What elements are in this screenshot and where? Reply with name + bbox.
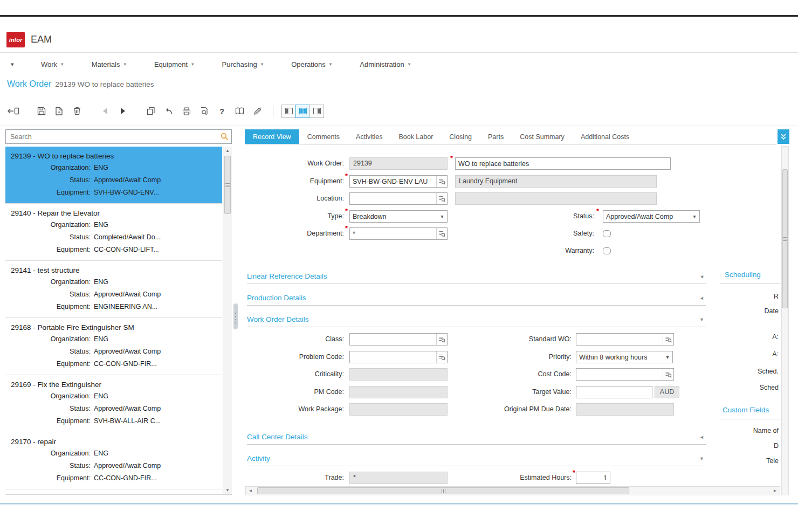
list-item[interactable]: 29169 - Fix the Extinguisher Organizatio… [5, 375, 222, 432]
section-title: Linear Reference Details [247, 272, 327, 280]
required-icon: * [596, 207, 599, 216]
menu-administration[interactable]: Administration▾ [360, 60, 410, 68]
collapse-left-icon[interactable]: ◄ [699, 295, 704, 301]
location-field [349, 192, 448, 205]
status-value: Approved/Await Comp [603, 213, 690, 220]
form-horizontal-scrollbar[interactable]: ◄ ► [245, 486, 780, 495]
lookup-icon[interactable] [663, 334, 673, 345]
section-work-order-details[interactable]: Work Order Details ▼ [247, 314, 706, 327]
print-preview-icon [200, 107, 209, 115]
list-item[interactable]: 29141 - test structure Organization:ENG … [5, 261, 222, 318]
next-record-button[interactable] [115, 104, 130, 118]
help-button[interactable]: ? [215, 104, 229, 118]
organization-value: ENG [94, 390, 108, 403]
panel-layout-left-button[interactable] [281, 105, 296, 118]
form-vertical-scrollbar[interactable] [781, 146, 789, 495]
delete-button[interactable] [70, 104, 84, 118]
lookup-icon[interactable] [436, 334, 447, 345]
help-icon: ? [219, 107, 224, 116]
save-button[interactable] [34, 104, 49, 118]
status-label: Status: [11, 231, 91, 244]
problem-code-input[interactable] [350, 354, 436, 361]
type-dropdown[interactable]: Breakdown▾ [349, 210, 448, 223]
estimated-hours-input[interactable] [576, 474, 610, 482]
clipped-label: R [774, 293, 779, 300]
search-input[interactable] [6, 133, 217, 141]
list-scrollbar[interactable]: ▲ ▼ [223, 147, 232, 495]
collapse-left-icon[interactable]: ◄ [699, 274, 704, 279]
scroll-down-icon[interactable]: ▼ [223, 487, 232, 494]
print-preview-button[interactable] [197, 104, 211, 118]
collapse-left-icon[interactable]: ◄ [699, 434, 704, 440]
equipment-input[interactable] [350, 178, 436, 185]
form-horizontal-scrollbar-thumb[interactable] [257, 487, 629, 494]
list-item[interactable]: 29139 - WO to replace batteries Organiza… [5, 147, 222, 204]
splitter-grip [235, 316, 236, 317]
lookup-icon[interactable] [436, 176, 447, 187]
work-order-field: 29139 [349, 157, 448, 170]
custom-fields-section-title[interactable]: Custom Fields [723, 406, 769, 414]
equipment-value: ENGINEERING AN... [94, 301, 157, 313]
menu-equipment[interactable]: Equipment▾ [154, 60, 194, 68]
tab-comments[interactable]: Comments [299, 129, 348, 144]
previous-record-button[interactable] [98, 104, 112, 118]
safety-checkbox[interactable] [603, 230, 611, 237]
back-button[interactable] [6, 104, 20, 118]
lookup-icon[interactable] [436, 228, 447, 239]
panel-layout-right-button[interactable] [309, 105, 324, 118]
list-scrollbar-thumb[interactable] [224, 156, 231, 214]
required-icon: * [573, 468, 575, 477]
priority-dropdown[interactable]: Within 8 working hours▾ [576, 351, 673, 363]
user-manual-button[interactable] [232, 104, 247, 118]
collapse-tabs-button[interactable] [778, 129, 789, 144]
tab-book-labor[interactable]: Book Labor [390, 129, 441, 144]
menu-collapse-caret-icon[interactable]: ▾ [11, 61, 14, 68]
location-description-field [455, 192, 657, 205]
scheduling-section-title[interactable]: Scheduling [725, 271, 761, 279]
scroll-right-icon[interactable]: ► [771, 487, 779, 495]
warranty-checkbox[interactable] [603, 247, 611, 254]
tab-record-view[interactable]: Record View [245, 129, 299, 144]
section-linear-reference-details[interactable]: Linear Reference Details ◄ [247, 271, 706, 284]
location-input[interactable] [350, 195, 436, 203]
copy-record-button[interactable] [143, 104, 158, 118]
search-icon[interactable] [217, 133, 231, 141]
scroll-up-icon[interactable]: ▲ [223, 147, 232, 155]
target-value-input[interactable] [576, 389, 652, 396]
form-vertical-scrollbar-thumb[interactable] [782, 169, 788, 308]
section-call-center-details[interactable]: Call Center Details ◄ [247, 431, 706, 445]
status-dropdown[interactable]: Approved/Await Comp▾ [603, 210, 700, 223]
lookup-icon[interactable] [436, 193, 447, 204]
menu-operations[interactable]: Operations▾ [291, 60, 332, 68]
list-item[interactable]: 29140 - Repair the Elevator Organization… [5, 204, 222, 261]
design-mode-button[interactable] [250, 104, 265, 118]
list-item[interactable]: 29168 - Portable Fire Extinguisher SM Or… [5, 318, 222, 375]
panel-layout-center-button[interactable] [295, 105, 310, 118]
department-input[interactable] [350, 230, 436, 238]
section-activity[interactable]: Activity ▼ [247, 453, 706, 466]
panel-splitter[interactable] [233, 303, 238, 329]
scroll-left-icon[interactable]: ◄ [246, 487, 254, 495]
tab-additional-costs[interactable]: Additional Costs [573, 129, 637, 144]
lookup-icon[interactable] [663, 369, 673, 380]
cost-code-input[interactable] [576, 371, 663, 378]
work-order-description-input[interactable] [456, 160, 670, 168]
standard-wo-input[interactable] [576, 336, 663, 343]
list-item[interactable]: 29170 - repair Organization:ENG Status:A… [5, 432, 222, 489]
collapse-down-icon[interactable]: ▼ [699, 456, 704, 461]
print-button[interactable] [179, 104, 194, 118]
menu-purchasing[interactable]: Purchasing▾ [222, 60, 264, 68]
tab-activities[interactable]: Activities [348, 129, 390, 144]
menu-work[interactable]: Work▾ [41, 60, 64, 68]
new-record-button[interactable] [52, 104, 66, 118]
copy-icon [147, 107, 155, 115]
tab-closing[interactable]: Closing [441, 129, 480, 144]
undo-button[interactable] [161, 104, 176, 118]
menu-materials[interactable]: Materials▾ [92, 60, 126, 68]
tab-parts[interactable]: Parts [480, 129, 512, 144]
section-production-details[interactable]: Production Details ◄ [247, 292, 706, 306]
collapse-down-icon[interactable]: ▼ [699, 317, 704, 322]
tab-cost-summary[interactable]: Cost Summary [512, 129, 573, 144]
lookup-icon[interactable] [436, 351, 447, 363]
class-input[interactable] [350, 336, 436, 343]
